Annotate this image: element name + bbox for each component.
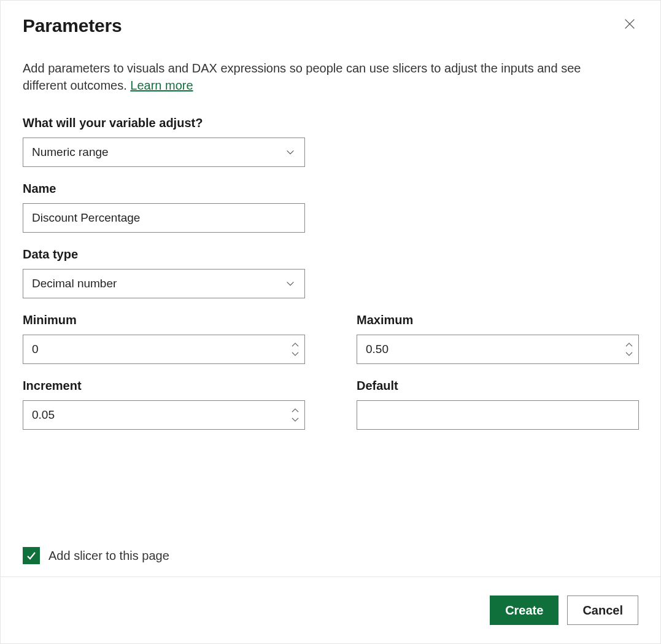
description-text: Add parameters to visuals and DAX expres…: [23, 61, 581, 92]
cancel-button[interactable]: Cancel: [567, 596, 638, 625]
learn-more-link[interactable]: Learn more: [130, 79, 193, 92]
form-area: What will your variable adjust? Numeric …: [23, 116, 638, 430]
increment-spinners: [291, 401, 300, 429]
field-name: Name: [23, 182, 305, 233]
chevron-down-icon: [285, 278, 296, 289]
input-maximum-wrapper: [357, 335, 639, 364]
field-minimum: Minimum: [23, 313, 305, 364]
label-data-type: Data type: [23, 247, 305, 262]
input-default-wrapper: [357, 400, 639, 430]
maximum-step-down[interactable]: [625, 351, 633, 357]
chevron-up-icon: [292, 408, 299, 413]
input-increment-wrapper: [23, 400, 305, 430]
dialog-footer: Create Cancel: [1, 576, 660, 643]
label-adjust: What will your variable adjust?: [23, 116, 305, 130]
select-adjust[interactable]: Numeric range: [23, 138, 305, 167]
minimum-spinners: [291, 335, 300, 363]
create-button[interactable]: Create: [490, 596, 559, 625]
input-default[interactable]: [366, 401, 630, 429]
chevron-down-icon: [625, 351, 633, 356]
increment-step-down[interactable]: [291, 416, 300, 422]
chevron-down-icon: [292, 351, 299, 356]
dialog-title: Parameters: [23, 15, 122, 36]
input-maximum[interactable]: [366, 335, 630, 363]
label-increment: Increment: [23, 379, 305, 393]
dialog-header: Parameters: [23, 15, 638, 36]
input-minimum-wrapper: [23, 335, 305, 364]
chevron-up-icon: [292, 343, 299, 347]
add-slicer-row: Add slicer to this page: [23, 547, 169, 564]
label-default: Default: [357, 379, 639, 393]
maximum-spinners: [625, 335, 633, 363]
input-increment[interactable]: [32, 401, 296, 429]
close-button[interactable]: [621, 15, 638, 34]
dialog-body: Parameters Add parameters to visuals and…: [1, 1, 660, 576]
maximum-step-up[interactable]: [625, 342, 633, 348]
field-maximum: Maximum: [357, 313, 639, 364]
field-data-type: Data type Decimal number: [23, 247, 305, 298]
select-data-type[interactable]: Decimal number: [23, 269, 305, 298]
dialog-description: Add parameters to visuals and DAX expres…: [23, 60, 624, 94]
add-slicer-label: Add slicer to this page: [48, 549, 169, 563]
field-default: Default: [357, 379, 639, 430]
chevron-down-icon: [292, 417, 299, 422]
input-minimum[interactable]: [32, 335, 296, 363]
select-adjust-value: Numeric range: [32, 145, 109, 159]
chevron-up-icon: [625, 343, 633, 347]
minimum-step-down[interactable]: [291, 351, 300, 357]
label-maximum: Maximum: [357, 313, 639, 327]
label-name: Name: [23, 182, 305, 196]
close-icon: [624, 18, 636, 30]
parameters-dialog: Parameters Add parameters to visuals and…: [0, 0, 661, 644]
add-slicer-checkbox[interactable]: [23, 547, 40, 564]
field-adjust: What will your variable adjust? Numeric …: [23, 116, 305, 167]
chevron-down-icon: [285, 147, 296, 158]
field-increment: Increment: [23, 379, 305, 430]
minimum-step-up[interactable]: [291, 342, 300, 348]
input-name-wrapper: [23, 203, 305, 233]
increment-step-up[interactable]: [291, 408, 300, 414]
input-name[interactable]: [32, 204, 296, 232]
checkmark-icon: [26, 550, 37, 561]
select-data-type-value: Decimal number: [32, 277, 117, 290]
label-minimum: Minimum: [23, 313, 305, 327]
